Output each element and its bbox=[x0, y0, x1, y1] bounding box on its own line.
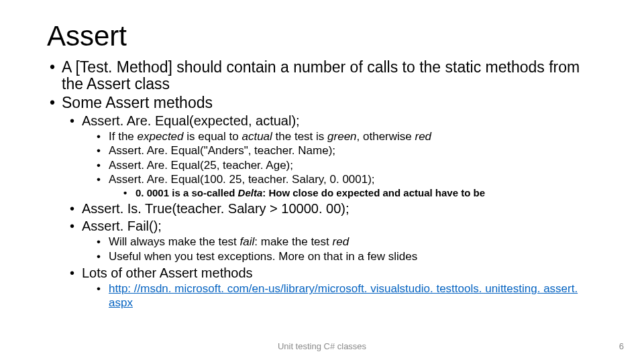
text: 0. 0001 is a so-called bbox=[136, 187, 238, 198]
italic: fail bbox=[240, 235, 255, 248]
text: : make the test bbox=[254, 235, 332, 248]
italic: red bbox=[415, 130, 431, 143]
text: If the bbox=[109, 130, 138, 143]
bullet-list-level2: Assert. Is. True(teacher. Salary > 10000… bbox=[67, 200, 604, 234]
l2-item: Lots of other Assert methods bbox=[67, 265, 604, 281]
slide: Assert A [Test. Method] should contain a… bbox=[0, 0, 644, 362]
italic: green bbox=[327, 130, 356, 143]
text: Will always make the test bbox=[109, 235, 240, 248]
italic: expected bbox=[138, 130, 184, 143]
l3-item: Useful when you test exceptions. More on… bbox=[94, 250, 604, 263]
l3-item: http: //msdn. microsoft. com/en-us/libra… bbox=[94, 282, 604, 310]
l3-item: Assert. Are. Equal("Anders", teacher. Na… bbox=[94, 144, 604, 158]
l3-item: Will always make the test fail: make the… bbox=[94, 235, 604, 249]
bullet-list-level3: If the expected is equal to actual the t… bbox=[94, 130, 604, 187]
bullet-list-level2: Assert. Are. Equal(expected, actual); bbox=[67, 113, 604, 129]
italic: Delta bbox=[238, 187, 263, 198]
slide-number: 6 bbox=[619, 341, 624, 351]
l2-item: Assert. Fail(); bbox=[67, 218, 604, 234]
l3-item: Assert. Are. Equal(100. 25, teacher. Sal… bbox=[94, 173, 604, 186]
l1-item: Some Assert methods bbox=[47, 95, 604, 111]
l4-item: 0. 0001 is a so-called Delta: How close … bbox=[121, 187, 604, 199]
text: : How close do expected and actual have … bbox=[262, 187, 485, 198]
slide-title: Assert bbox=[47, 20, 604, 52]
italic: red bbox=[333, 235, 350, 248]
bullet-list-level1: A [Test. Method] should contain a number… bbox=[47, 59, 604, 111]
text: the test is bbox=[272, 130, 327, 143]
bullet-list-level4: 0. 0001 is a so-called Delta: How close … bbox=[121, 187, 604, 199]
bullet-list-level3: Will always make the test fail: make the… bbox=[94, 235, 604, 263]
l3-item: Assert. Are. Equal(25, teacher. Age); bbox=[94, 159, 604, 172]
italic: actual bbox=[241, 130, 272, 143]
footer-text: Unit testing C# classes bbox=[0, 341, 644, 351]
text: is equal to bbox=[184, 130, 242, 143]
text: , otherwise bbox=[357, 130, 415, 143]
l2-item: Assert. Are. Equal(expected, actual); bbox=[67, 113, 604, 129]
assert-docs-link[interactable]: http: //msdn. microsoft. com/en-us/libra… bbox=[109, 282, 578, 308]
l2-item: Assert. Is. True(teacher. Salary > 10000… bbox=[67, 200, 604, 217]
bullet-list-level2: Lots of other Assert methods bbox=[67, 265, 604, 281]
l3-item: If the expected is equal to actual the t… bbox=[94, 130, 604, 143]
l1-item: A [Test. Method] should contain a number… bbox=[47, 59, 604, 93]
bullet-list-level3: http: //msdn. microsoft. com/en-us/libra… bbox=[94, 282, 604, 310]
